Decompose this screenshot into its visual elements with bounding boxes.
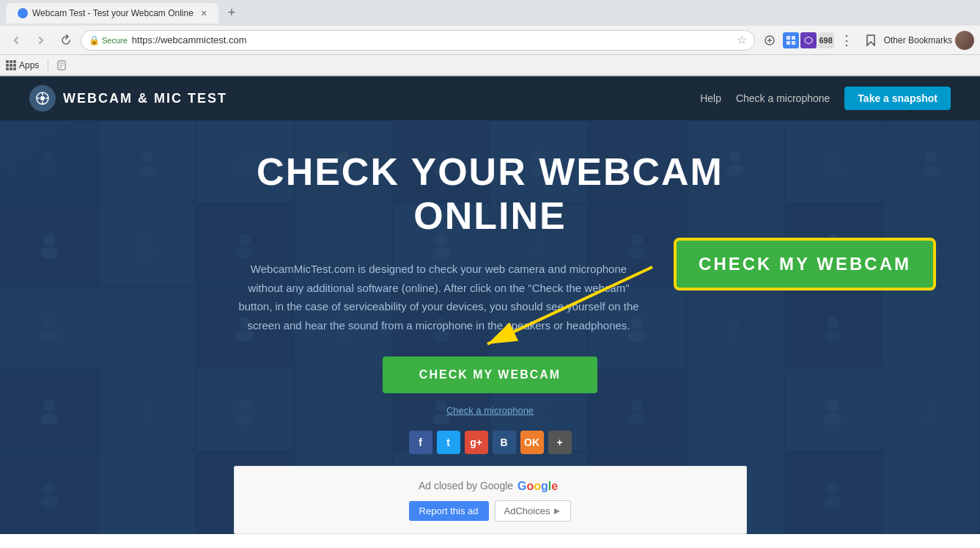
report-ad-button[interactable]: Report this ad [409, 501, 489, 521]
face-cell [0, 203, 98, 286]
googleplus-share-button[interactable]: g+ [465, 431, 488, 454]
secure-label: Secure [102, 36, 128, 45]
logo-icon [29, 85, 56, 112]
face-cell [0, 368, 98, 451]
svg-point-106 [925, 483, 937, 494]
tab-bar: Webcam Test - Test your Webcam Online × … [6, 0, 242, 26]
face-cell [0, 286, 98, 369]
other-bookmarks-link[interactable]: Other Bookmarks [884, 35, 952, 45]
svg-point-71 [139, 413, 156, 425]
face-cell [784, 286, 883, 369]
new-tab-button[interactable]: + [221, 3, 242, 23]
face-cell [98, 203, 196, 286]
extension-1-icon[interactable] [783, 32, 799, 48]
annotation-check-webcam-box[interactable]: CHECK MY WEBCAM [674, 238, 936, 291]
face-cell [784, 451, 883, 534]
twitter-share-button[interactable]: t [437, 431, 460, 454]
extension-2-icon[interactable] [800, 32, 817, 48]
svg-point-26 [925, 151, 937, 163]
svg-point-88 [43, 483, 55, 494]
social-bar: f t g+ B OK + [234, 431, 747, 454]
svg-rect-1 [786, 36, 790, 40]
face-cell [98, 120, 196, 203]
svg-point-104 [827, 483, 839, 494]
svg-point-30 [141, 234, 153, 246]
svg-point-9 [40, 164, 58, 176]
bookmarks-icon[interactable] [861, 30, 881, 51]
svg-point-65 [824, 330, 841, 342]
ad-buttons: Report this ad AdChoices [264, 500, 717, 522]
svg-point-49 [40, 330, 58, 342]
hero-title: CHECK YOUR WEBCAM ONLINE [234, 150, 747, 238]
face-cell [784, 368, 883, 451]
svg-point-51 [139, 330, 156, 342]
svg-point-68 [43, 400, 55, 412]
apps-bookmark[interactable]: Apps [6, 60, 39, 70]
hero-content: CHECK YOUR WEBCAM ONLINE WebcamMicTest.c… [234, 150, 747, 534]
svg-rect-4 [792, 41, 795, 45]
nav-links: Help Check a microphone Take a snapshot [700, 87, 951, 110]
svg-point-27 [922, 164, 940, 176]
ad-choices-button[interactable]: AdChoices [495, 500, 572, 522]
menu-button[interactable]: ⋮ [837, 30, 858, 51]
svg-point-28 [43, 234, 55, 246]
site-logo[interactable]: WEBCAM & MIC TEST [29, 85, 227, 112]
extension-3-icon[interactable]: 698 [818, 32, 834, 48]
tab-close-button[interactable]: × [201, 7, 207, 19]
toolbar-right: 698 ⋮ Other Bookmarks [759, 30, 974, 51]
google-logo: Google [517, 478, 561, 493]
bookmark-star-icon[interactable]: ☆ [737, 33, 747, 47]
add-share-button[interactable]: + [548, 431, 572, 454]
face-cell [882, 120, 980, 203]
profile-avatar[interactable] [955, 31, 974, 50]
logo-text: WEBCAM & MIC TEST [63, 91, 227, 106]
blog-share-button[interactable]: B [493, 431, 516, 454]
active-tab[interactable]: Webcam Test - Test your Webcam Online × [6, 3, 218, 23]
ad-choices-icon [553, 507, 561, 516]
svg-point-85 [824, 413, 841, 425]
svg-point-7 [40, 96, 45, 101]
annotation-container: CHECK MY WEBCAM [674, 238, 936, 291]
check-microphone-link[interactable]: Check a microphone [234, 405, 747, 416]
face-cell [0, 120, 98, 203]
ok-share-button[interactable]: OK [520, 431, 544, 454]
help-link[interactable]: Help [700, 92, 721, 104]
svg-point-8 [43, 151, 55, 163]
svg-point-69 [40, 413, 58, 425]
bottom-section: Why doesn't the webcam work? [0, 534, 980, 548]
forward-button[interactable] [31, 30, 51, 51]
bookmarks-bar: Apps [0, 55, 980, 76]
check-webcam-button[interactable]: CHECK MY WEBCAM [383, 357, 597, 393]
svg-point-90 [141, 483, 153, 494]
svg-point-11 [139, 164, 156, 176]
svg-point-67 [922, 330, 940, 342]
ad-closed-text-container: Ad closed by Google Google [264, 478, 717, 493]
svg-point-105 [824, 496, 841, 508]
ad-closed-label: Ad closed by Google [419, 480, 513, 492]
url-display: https://webcammictest.com [132, 34, 732, 45]
svg-rect-2 [792, 36, 795, 40]
svg-point-87 [922, 413, 940, 425]
face-cell [882, 286, 980, 369]
svg-text:Google: Google [517, 480, 558, 492]
svg-point-107 [922, 496, 940, 508]
browser-titlebar: Webcam Test - Test your Webcam Online × … [0, 0, 980, 26]
svg-point-84 [827, 400, 839, 412]
apps-label: Apps [19, 60, 39, 70]
page-bookmark-icon[interactable] [57, 60, 66, 70]
svg-rect-3 [786, 41, 790, 45]
extensions-icon[interactable] [759, 30, 780, 51]
svg-point-89 [40, 496, 58, 508]
facebook-share-button[interactable]: f [409, 431, 432, 454]
address-bar[interactable]: 🔒 Secure https://webcammictest.com ☆ [81, 30, 755, 51]
svg-point-66 [925, 317, 937, 329]
bookmarks-divider [48, 59, 48, 71]
hero-section: CHECK MY WEBCAM CHECK YOUR WEBCAM ONLINE… [0, 120, 980, 534]
svg-point-50 [141, 317, 153, 329]
check-microphone-link[interactable]: Check a microphone [736, 92, 830, 104]
face-cell [882, 368, 980, 451]
take-snapshot-button[interactable]: Take a snapshot [844, 87, 951, 110]
refresh-button[interactable] [56, 30, 76, 51]
browser-frame: Webcam Test - Test your Webcam Online × … [0, 0, 980, 548]
back-button[interactable] [6, 30, 26, 51]
